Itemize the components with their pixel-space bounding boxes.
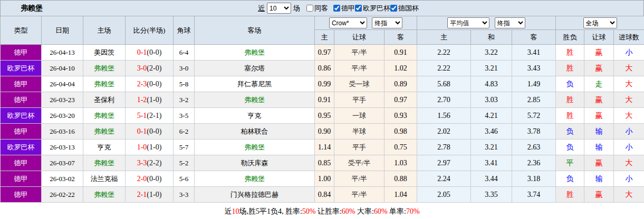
matches-label: 场 xyxy=(293,4,300,13)
avg-home-cell: 1.56 xyxy=(417,108,471,124)
odds-away-cell: 0.91 xyxy=(385,45,417,61)
title-bar: 弗赖堡 近 10 场 同客 德甲欧罗巴杯德国杯 xyxy=(0,0,644,16)
odds-away-cell: 0.93 xyxy=(385,108,417,124)
odds-home-cell: 1.00 xyxy=(315,171,334,187)
score-cell: 5-1(2-1) xyxy=(126,108,174,124)
same-away-filter[interactable]: 同客 xyxy=(306,4,328,13)
average-final-select[interactable]: 终指 xyxy=(495,17,525,28)
league-checkbox[interactable] xyxy=(390,5,397,12)
handicap-result-cell: 输 xyxy=(584,124,614,140)
home-team-cell: 弗赖堡 xyxy=(83,61,126,76)
result-cell: 负 xyxy=(556,140,584,155)
footer-stat: 10 xyxy=(232,207,239,215)
score-cell: 1-2(1-0) xyxy=(126,92,174,108)
league-label: 欧罗巴杯 xyxy=(363,4,390,13)
handicap-result-cell: 赢 xyxy=(584,61,614,76)
league-badge: 德甲 xyxy=(1,76,42,92)
goals-result-cell: 小 xyxy=(614,45,644,61)
league-badge: 欧罗巴杯 xyxy=(1,61,42,76)
league-filter[interactable]: 欧罗巴杯 xyxy=(355,4,390,13)
goals-result-cell: 小 xyxy=(614,140,644,155)
avg-home-cell: 2.02 xyxy=(417,124,471,140)
same-away-checkbox[interactable] xyxy=(306,5,313,12)
avg-away-cell: 2.63 xyxy=(512,140,556,155)
away-team-cell: 拜仁慕尼黑 xyxy=(195,76,315,92)
away-team-cell: 亨克 xyxy=(195,108,315,124)
odds-handicap-cell: 平手 xyxy=(334,92,385,108)
odds-handicap-cell: 受平/半 xyxy=(334,155,385,171)
odds-handicap-cell: 半球 xyxy=(334,124,385,140)
result-scope-header: 全场 xyxy=(556,16,644,30)
away-team-cell: 弗赖堡 xyxy=(195,45,315,61)
recent-link[interactable]: 近 xyxy=(258,4,265,13)
result-cell: 平 xyxy=(556,155,584,171)
corner-cell: 5-2 xyxy=(174,155,195,171)
odds-final-select[interactable]: 终指 xyxy=(372,17,402,28)
table-row: 德甲26-03-16弗赖堡0-1(0-0)6-2柏林联合0.90半球0.982.… xyxy=(1,124,644,140)
scope-select[interactable]: 全场 xyxy=(583,17,617,28)
score-cell: 0-1(0-0) xyxy=(126,45,174,61)
recent-count-select[interactable]: 10 xyxy=(267,3,291,14)
league-checkbox[interactable] xyxy=(333,5,340,12)
table-row: 德甲26-04-13美因茨0-1(0-0)6-4弗赖堡0.97平/半0.912.… xyxy=(1,45,644,61)
corner-cell: 5-8 xyxy=(174,76,195,92)
sub-header-odds-away: 客 xyxy=(385,30,417,45)
result-cell: 胜 xyxy=(556,108,584,124)
footer-stat: 50% xyxy=(302,207,316,215)
avg-away-cell: 2.36 xyxy=(512,155,556,171)
league-badge: 德甲 xyxy=(1,45,42,61)
date-cell: 26-02-22 xyxy=(42,187,83,203)
avg-draw-cell: 3.22 xyxy=(471,45,512,61)
odds-away-cell: 0.98 xyxy=(385,124,417,140)
home-team-cell: 弗赖堡 xyxy=(83,187,126,203)
away-team-cell: 弗赖堡 xyxy=(195,140,315,155)
league-label: 德甲 xyxy=(341,4,355,13)
odds-home-cell: 0.90 xyxy=(315,124,334,140)
table-row: 欧罗巴杯26-04-10弗赖堡3-0(2-0)3-0塞尔塔0.86平/半1.02… xyxy=(1,61,644,76)
score-cell: 3-3(2-2) xyxy=(126,155,174,171)
footer-stat: 大率: xyxy=(355,207,374,215)
col-header-date: 日期 xyxy=(42,16,83,45)
odds-source-header: Crow* 终指 xyxy=(315,16,417,30)
date-cell: 26-03-16 xyxy=(42,124,83,140)
handicap-result-cell: 赢 xyxy=(584,92,614,108)
league-checkbox[interactable] xyxy=(355,5,362,12)
col-header-home: 主场 xyxy=(83,16,126,45)
handicap-result-cell: 输 xyxy=(584,140,614,155)
avg-away-cell: 5.72 xyxy=(512,108,556,124)
odds-handicap-cell: 受一球 xyxy=(334,76,385,92)
score-cell: 0-1(0-0) xyxy=(126,124,174,140)
average-select[interactable]: 平均值 xyxy=(447,17,489,28)
odds-home-cell: 0.99 xyxy=(315,76,334,92)
odds-home-cell: 0.85 xyxy=(315,155,334,171)
table-row: 德甲26-03-02法兰克福2-0(0-0)5-6弗赖堡1.00平/半0.882… xyxy=(1,171,644,187)
bookmaker-select[interactable]: Crow* xyxy=(329,17,367,28)
avg-draw-cell: 3.44 xyxy=(471,171,512,187)
avg-draw-cell: 4.21 xyxy=(471,108,512,124)
home-team-cell: 弗赖堡 xyxy=(83,108,126,124)
result-cell: 负 xyxy=(556,76,584,92)
score-cell: 2-0(0-0) xyxy=(126,171,174,187)
league-badge: 欧罗巴杯 xyxy=(1,108,42,124)
corner-cell: 3-3 xyxy=(174,187,195,203)
corner-cell: 6-4 xyxy=(174,45,195,61)
avg-draw-cell: 3.41 xyxy=(471,155,512,171)
avg-away-cell: 2.85 xyxy=(512,92,556,108)
result-cell: 负 xyxy=(556,171,584,187)
odds-handicap-cell: 平/半 xyxy=(334,61,385,76)
goals-result-cell: 大 xyxy=(614,92,644,108)
avg-home-cell: 2.22 xyxy=(417,61,471,76)
league-filter[interactable]: 德国杯 xyxy=(390,4,419,13)
odds-handicap-cell: 平/半 xyxy=(334,45,385,61)
table-row: 欧罗巴杯26-03-20弗赖堡5-1(2-1)3-5亨克0.95一球0.931.… xyxy=(1,108,644,124)
handicap-result-cell: 走 xyxy=(584,76,614,92)
date-cell: 26-04-10 xyxy=(42,61,83,76)
league-filters: 德甲欧罗巴杯德国杯 xyxy=(333,4,419,13)
goals-result-cell: 小 xyxy=(614,171,644,187)
avg-away-cell: 3.78 xyxy=(512,124,556,140)
result-cell: 负 xyxy=(556,124,584,140)
league-filter[interactable]: 德甲 xyxy=(333,4,355,13)
league-badge: 德甲 xyxy=(1,171,42,187)
odds-away-cell: 0.89 xyxy=(385,76,417,92)
home-team-cell: 弗赖堡 xyxy=(83,155,126,171)
